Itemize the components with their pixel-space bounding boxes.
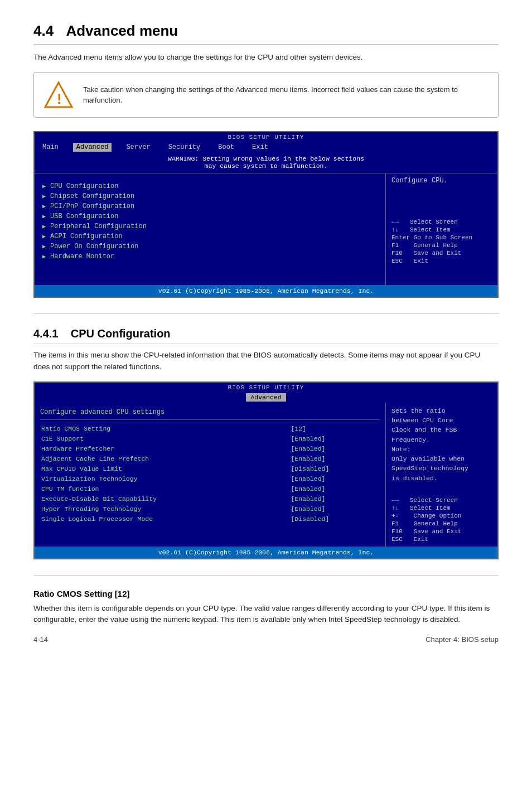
bios-sidebar-configure: Configure CPU. [391, 177, 492, 185]
bios-screen-advanced: BIOS SETUP UTILITY Main Advanced Server … [33, 131, 499, 298]
bios-menu-bar: Main Advanced Server Security Boot Exit [35, 142, 497, 153]
ratio-heading: Ratio CMOS Setting [12] [33, 589, 499, 598]
list-item: PCI/PnP Configuration [42, 201, 378, 211]
bios-menu-boot: Boot [215, 143, 238, 152]
list-item: Peripheral Configuration [42, 221, 378, 231]
footer-chapter: Chapter 4: BIOS setup [425, 635, 499, 644]
table-row: C1E Support [Enabled] [41, 434, 379, 443]
bios-adv-label-bar: Advanced [35, 392, 497, 403]
table-row: Execute-Disable Bit Capability [Enabled] [41, 495, 379, 504]
table-row: Hyper Threading Technology [Enabled] [41, 505, 379, 514]
bios-cpu-title-bar: BIOS SETUP UTILITY [35, 383, 497, 392]
page-footer: 4-14 Chapter 4: BIOS setup [33, 635, 499, 644]
warning-box: ! Take caution when changing the setting… [33, 72, 499, 118]
ratio-body-text: Whether this item is configurable depend… [33, 603, 499, 626]
bios-cpu-table: Ratio CMOS Setting [12] C1E Support [Ena… [40, 423, 380, 525]
list-item: Chipset Configuration [42, 191, 378, 201]
bios-menu-advanced: Advanced [73, 143, 112, 152]
table-row: Hardware Prefetcher [Enabled] [41, 445, 379, 453]
warning-icon: ! [44, 80, 73, 109]
bios-menu-exit: Exit [249, 143, 272, 152]
bios-screen-cpu: BIOS SETUP UTILITY Advanced Configure ad… [33, 381, 499, 559]
table-row: Ratio CMOS Setting [12] [41, 424, 379, 433]
cpu-intro-text: The items in this menu show the CPU-rela… [33, 350, 499, 373]
bios-cpu-body: Configure advanced CPU settings Ratio CM… [35, 403, 497, 547]
bios-menu-security: Security [165, 143, 204, 152]
main-section-heading: 4.4 Advanced menu [33, 22, 499, 45]
warning-text: Take caution when changing the settings … [83, 84, 488, 106]
divider-2 [33, 575, 499, 576]
bios-warning: WARNING: Setting wrong values in the bel… [35, 153, 497, 173]
list-item: Hardware Monitor [42, 252, 378, 262]
list-item: USB Configuration [42, 211, 378, 221]
bios-keys: ←→ Select Screen ↑↓ Select Item Enter Go… [391, 218, 492, 265]
divider-1 [33, 313, 499, 314]
bios-main-panel: CPU Configuration Chipset Configuration … [35, 173, 386, 285]
bios-cpu-main-panel: Configure advanced CPU settings Ratio CM… [35, 403, 386, 547]
table-row: Single Logical Processor Mode [Disabled] [41, 515, 379, 524]
bios-cpu-keys: ←→ Select Screen ↑↓ Select Item +- Chang… [391, 496, 492, 543]
bios-cpu-sidebar: Sets the ratio between CPU Core Clock an… [386, 403, 497, 547]
bios-menu-list: CPU Configuration Chipset Configuration … [40, 177, 380, 266]
table-row: Max CPUID Value Limit [Disabled] [41, 465, 379, 474]
bios-title-bar: BIOS SETUP UTILITY [35, 132, 497, 142]
list-item: Power On Configuration [42, 241, 378, 252]
bios-menu-main: Main [39, 143, 62, 152]
bios-footer: v02.61 (C)Copyright 1985-2006, American … [35, 285, 497, 297]
bios-sidebar: Configure CPU. ←→ Select Screen ↑↓ Selec… [386, 173, 497, 285]
intro-text: The Advanced menu items allow you to cha… [33, 52, 499, 63]
bios-menu-server: Server [123, 143, 153, 152]
sub-section-heading: 4.4.1 CPU Configuration [33, 327, 499, 344]
svg-text:!: ! [57, 90, 62, 107]
table-row: Adjacent Cache Line Prefetch [Enabled] [41, 455, 379, 463]
list-item: ACPI Configuration [42, 231, 378, 241]
list-item: CPU Configuration [42, 181, 378, 191]
table-row: CPU TM function [Enabled] [41, 485, 379, 494]
bios-body: CPU Configuration Chipset Configuration … [35, 173, 497, 285]
table-row: Virtualization Technology [Enabled] [41, 475, 379, 484]
footer-page-num: 4-14 [33, 635, 48, 644]
bios-cpu-sidebar-text: Sets the ratio between CPU Core Clock an… [391, 406, 492, 483]
bios-cpu-footer: v02.61 (C)Copyright 1985-2006, American … [35, 547, 497, 558]
bios-cpu-header: Configure advanced CPU settings [40, 406, 380, 420]
